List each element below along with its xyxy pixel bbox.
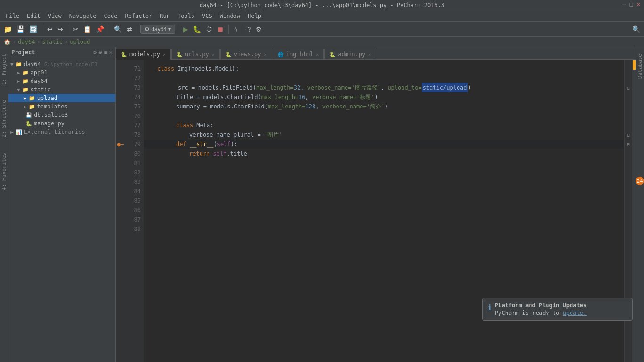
tree-folder-upload: 📁: [29, 95, 35, 101]
tree-item-templates[interactable]: ▶ 📁 templates: [8, 102, 115, 111]
project-icon-4[interactable]: ✕: [109, 49, 113, 56]
tree-arrow-static: ▼: [17, 87, 20, 93]
gutter-81: [116, 158, 125, 168]
ln-84: 84: [125, 187, 141, 196]
toolbar-open[interactable]: 📁: [2, 25, 14, 34]
notification-update-link[interactable]: update.: [563, 310, 587, 316]
tree-folder-app01: 📁: [22, 70, 29, 76]
menu-edit[interactable]: Edit: [23, 12, 44, 20]
toolbar-help[interactable]: ?: [245, 25, 253, 34]
code-line-83: [144, 177, 624, 187]
update-badge[interactable]: 24: [636, 177, 644, 185]
close-button[interactable]: ✕: [637, 1, 640, 8]
breadcrumb-day64[interactable]: 🏠: [4, 39, 11, 45]
tree-item-static[interactable]: ▼ 📁 static: [8, 85, 115, 94]
menu-view[interactable]: View: [44, 12, 65, 20]
notification-popup: ℹ Platform and Plugin Updates PyCharm is…: [482, 298, 633, 321]
ln-87: 87: [125, 215, 141, 224]
ln-81: 81: [125, 158, 141, 168]
fold-75: [625, 102, 632, 111]
breadcrumb-upload[interactable]: upload: [70, 39, 90, 45]
breadcrumb-static[interactable]: static: [42, 39, 63, 45]
fold-78[interactable]: ⊟: [625, 130, 632, 140]
menu-vcs[interactable]: VCS: [198, 12, 216, 20]
tree-label-static: static: [31, 86, 51, 93]
menu-help[interactable]: Help: [244, 12, 265, 20]
tab-img-html-icon: 🌐: [278, 52, 283, 57]
project-panel-icons: ⚙ ⊕ ≡ ✕: [93, 49, 113, 56]
toolbar-copy[interactable]: 📋: [81, 25, 93, 34]
fold-79[interactable]: ⊟: [625, 140, 632, 149]
tab-urls-py-close[interactable]: ✕: [212, 52, 215, 57]
toolbar-sep-1: [42, 25, 42, 34]
tab-img-html[interactable]: 🌐 img.html ✕: [273, 49, 324, 59]
gutter-77: [116, 121, 125, 130]
menu-bar: File Edit View Navigate Code Refactor Ru…: [0, 10, 644, 22]
ln-82: 82: [125, 168, 141, 177]
toolbar-project-dropdown[interactable]: ⚙ day64 ▾: [140, 25, 175, 34]
toolbar-save[interactable]: 💾: [15, 25, 26, 34]
menu-tools[interactable]: Tools: [174, 12, 198, 20]
project-icon-3[interactable]: ≡: [104, 49, 107, 56]
sidebar-label-structure[interactable]: 2: Structure: [0, 97, 8, 140]
tree-folder-static: 📁: [22, 87, 29, 93]
breadcrumb-day64-text[interactable]: day64: [18, 39, 35, 45]
project-icon-2[interactable]: ⊕: [98, 49, 102, 56]
toolbar-paste[interactable]: 📌: [94, 25, 106, 34]
toolbar-redo[interactable]: ↪: [56, 25, 65, 34]
tab-models-py-close[interactable]: ✕: [163, 52, 166, 57]
tree-item-db[interactable]: 💾 db.sqlite3: [8, 111, 115, 119]
tab-admin-py-close[interactable]: ✕: [368, 52, 371, 57]
toolbar-debug[interactable]: 🐛: [191, 25, 203, 34]
toolbar-undo[interactable]: ↩: [45, 25, 55, 34]
tab-img-html-close[interactable]: ✕: [316, 52, 319, 57]
toolbar-sync[interactable]: 🔄: [27, 25, 39, 34]
menu-run[interactable]: Run: [156, 12, 174, 20]
toolbar-search-everywhere[interactable]: 🔍: [630, 25, 642, 34]
sidebar-label-project[interactable]: 1: Project: [0, 51, 8, 88]
tree-item-day64-root[interactable]: ▼ 📁 day64 G:\python_code\F3: [8, 60, 115, 68]
toolbar-run[interactable]: ▶: [181, 25, 190, 34]
tree-item-ext-libs[interactable]: ▶ 📊 External Libraries: [8, 128, 115, 136]
tab-admin-py[interactable]: 🐍 admin.py ✕: [324, 49, 376, 59]
tab-views-py[interactable]: 🐍 views.py ✕: [220, 49, 272, 59]
tree-item-manage[interactable]: 🐍 manage.py: [8, 119, 115, 128]
tree-item-upload[interactable]: ▶ 📁 upload: [8, 94, 115, 102]
tab-views-py-close[interactable]: ✕: [264, 52, 266, 57]
menu-window[interactable]: Window: [216, 12, 244, 20]
sidebar-label-favorites[interactable]: 4: Favorites: [0, 150, 8, 193]
ln-88: 88: [125, 224, 141, 234]
tree-item-app01[interactable]: ▶ 📁 app01: [8, 68, 115, 77]
project-panel-title: Project: [11, 49, 35, 56]
project-icon-1[interactable]: ⚙: [93, 49, 97, 56]
ln-72: 72: [125, 74, 141, 83]
tree-icon-manage: 🐍: [25, 121, 32, 127]
toolbar-vcs[interactable]: ⑃: [232, 25, 239, 34]
tree-folder-day64-sub: 📁: [22, 78, 29, 84]
gutter-75: [116, 102, 125, 111]
toolbar-sep-4: [137, 25, 137, 34]
fold-73[interactable]: ⊟: [625, 83, 632, 92]
toolbar-settings[interactable]: ⚙: [254, 25, 264, 34]
left-sidebar: 1: Project 2: Structure 4: Favorites: [0, 47, 8, 362]
tree-item-day64-sub[interactable]: ▶ 📁 day64: [8, 77, 115, 85]
maximize-button[interactable]: □: [630, 1, 633, 8]
breadcrumb: 🏠 › day64 › static › upload: [0, 37, 644, 47]
code-line-88: [144, 224, 624, 234]
toolbar-cut[interactable]: ✂: [71, 25, 80, 34]
tab-models-py[interactable]: 🐍 models.py ✕: [116, 49, 171, 60]
toolbar-stop[interactable]: ⏹: [215, 25, 225, 34]
toolbar-profile[interactable]: ⏱: [204, 25, 214, 34]
sidebar-label-database[interactable]: Database: [636, 51, 644, 82]
tree-icon-db: 💾: [25, 112, 32, 118]
menu-navigate[interactable]: Navigate: [65, 12, 100, 20]
tab-urls-py[interactable]: 🐍 urls.py ✕: [171, 49, 220, 59]
menu-code[interactable]: Code: [100, 12, 121, 20]
toolbar-replace[interactable]: ⇄: [125, 25, 134, 34]
menu-file[interactable]: File: [2, 12, 23, 20]
menu-refactor[interactable]: Refactor: [121, 12, 156, 20]
ln-76: 76: [125, 111, 141, 121]
gutter-73: [116, 83, 125, 92]
toolbar-search[interactable]: 🔍: [112, 25, 124, 34]
minimize-button[interactable]: ─: [622, 1, 626, 8]
